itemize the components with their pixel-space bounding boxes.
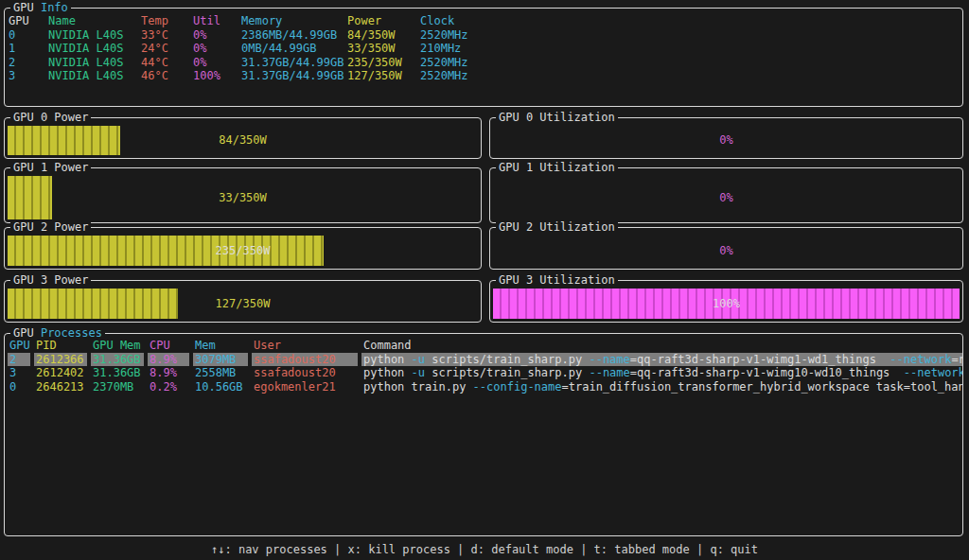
gauge-value-label: 100% — [493, 289, 960, 319]
command-token: -u — [412, 366, 432, 379]
gpu-1-power-title: GPU 1 Power — [10, 161, 91, 174]
gpu-0-utilization-gauge: 0% — [493, 126, 960, 155]
process-cell-cpu: 8.9% — [148, 366, 189, 380]
process-cell-mem: 3079MB — [193, 353, 248, 367]
command-token: python — [363, 353, 412, 366]
panel-title-text: GPU 1 Power — [13, 161, 88, 174]
info-cell: NVIDIA L40S — [48, 42, 141, 56]
gpu-process-row[interactable]: 2261236631.36GB8.9%3079MBssafadoust20pyt… — [8, 353, 962, 367]
info-cell: 33/350W — [347, 42, 420, 56]
terminal-screen: GPU Info GPUNameTempUtilMemoryPowerClock… — [0, 0, 969, 560]
panel-title-text: GPU 3 Utilization — [499, 273, 615, 287]
command-token: --name — [589, 353, 629, 366]
info-cell: 2520MHz — [420, 69, 962, 83]
info-cell: 0% — [193, 56, 241, 70]
gpu-1-utilization-panel: GPU 1 Utilization 0% — [489, 167, 963, 223]
command-token: =qq-raft3d-sharp-v1-wimg1-wd1_things — [630, 353, 890, 366]
gpu-process-row[interactable]: 026462132370MB0.2%10.56GBegokmenler21pyt… — [8, 380, 962, 394]
info-cell: 0MB/44.99GB — [241, 42, 347, 56]
info-cell: NVIDIA L40S — [48, 28, 141, 43]
panel-title-text: GPU 0 Utilization — [499, 111, 615, 124]
gpu-3-power-panel: GPU 3 Power 127/350W — [4, 280, 482, 323]
command-token: python train.py — [363, 380, 473, 394]
info-cell: 100% — [193, 69, 241, 83]
panel-title-text: GPU 2 Utilization — [499, 220, 615, 234]
gpu-processes-header-row: GPUPIDGPU MemCPUMemUserCommand — [8, 339, 962, 353]
gauge-value-label: 0% — [493, 126, 960, 155]
info-column-header: Util — [193, 14, 241, 28]
info-column-header: Memory — [241, 14, 347, 28]
panel-title-text: GPU 1 Utilization — [499, 161, 615, 174]
info-cell: 2 — [9, 56, 48, 70]
gpu-2-utilization-panel: GPU 2 Utilization 0% — [489, 227, 963, 270]
info-cell: 1 — [9, 42, 48, 56]
info-cell: 127/350W — [347, 69, 420, 83]
gpu-1-power-gauge: 33/350W — [8, 176, 478, 219]
process-cell-pid: 2646213 — [34, 380, 87, 394]
info-cell: 2520MHz — [420, 56, 962, 70]
gpu-1-utilization-title: GPU 1 Utilization — [496, 161, 618, 174]
gpu-info-row: 2NVIDIA L40S44°C0%31.37GB/44.99GB235/350… — [9, 56, 962, 70]
gauge-value-label: 0% — [493, 236, 960, 266]
gpu-3-utilization-gauge: 100% — [493, 289, 960, 319]
gpu-info-row: 3NVIDIA L40S46°C100%31.37GB/44.99GB127/3… — [9, 69, 962, 83]
info-column-header: Name — [48, 14, 141, 28]
gpu-0-power-title: GPU 0 Power — [10, 111, 91, 124]
gauge-value-label: 84/350W — [8, 126, 478, 155]
gpu-3-utilization-panel: GPU 3 Utilization 100% — [489, 280, 963, 323]
gpu-2-utilization-gauge: 0% — [493, 236, 960, 266]
gpu-processes-table: GPUPIDGPU MemCPUMemUserCommand2261236631… — [5, 334, 962, 394]
info-column-header: GPU — [9, 14, 48, 28]
process-cell-cpu: 8.9% — [148, 353, 189, 367]
gpu-1-power-panel: GPU 1 Power 33/350W — [4, 167, 482, 223]
process-cell-mem: 10.56GB — [193, 380, 248, 394]
command-token: =raft — [951, 353, 962, 366]
command-token: --config-name — [473, 380, 562, 394]
process-cell-pid: 2612402 — [34, 366, 87, 380]
gpu-process-row[interactable]: 3261240231.36GB8.9%2558MBssafadoust20pyt… — [8, 366, 962, 380]
process-cell-command: python -u scripts/train_sharp.py --name=… — [361, 353, 962, 367]
command-token: =train_diffusion_transformer_hybrid_work… — [562, 380, 962, 394]
gpu-info-table: GPUNameTempUtilMemoryPowerClock0NVIDIA L… — [5, 9, 962, 83]
gpu-3-power-gauge: 127/350W — [8, 289, 478, 319]
gpu-info-row: 1NVIDIA L40S24°C0%0MB/44.99GB33/350W210M… — [9, 42, 962, 56]
process-cell-user: egokmenler21 — [252, 380, 358, 394]
process-column-header: Mem — [193, 339, 248, 353]
process-column-header: GPU Mem — [91, 339, 144, 353]
info-cell: 46°C — [141, 69, 193, 83]
info-column-header: Clock — [420, 14, 962, 28]
panel-title-text: GPU 3 Power — [13, 273, 88, 287]
info-cell: 33°C — [141, 28, 193, 43]
process-column-header: PID — [34, 339, 87, 353]
gauge-value-label: 127/350W — [8, 289, 478, 319]
gpu-info-row: 0NVIDIA L40S33°C0%2386MB/44.99GB84/350W2… — [9, 28, 962, 43]
process-cell-gpu: 0 — [8, 380, 30, 394]
info-cell: 210MHz — [420, 42, 962, 56]
gauge-value-label: 235/350W — [8, 236, 478, 266]
process-cell-gpu_mem: 2370MB — [91, 380, 144, 394]
process-cell-command: python train.py --config-name=train_diff… — [361, 380, 962, 394]
process-cell-mem: 2558MB — [193, 366, 248, 380]
info-cell: 235/350W — [347, 56, 420, 70]
gpu-1-utilization-gauge: 0% — [493, 176, 960, 219]
command-token: =qq-raft3d-sharp-v1-wimg10-wd10_things — [630, 366, 904, 379]
gpu-3-utilization-title: GPU 3 Utilization — [496, 273, 618, 287]
process-cell-gpu_mem: 31.36GB — [91, 353, 144, 367]
process-column-header: CPU — [148, 339, 189, 353]
info-cell: 31.37GB/44.99GB — [241, 69, 347, 83]
gpu-2-utilization-title: GPU 2 Utilization — [496, 220, 618, 234]
process-cell-gpu_mem: 31.36GB — [91, 366, 144, 380]
process-cell-gpu: 3 — [8, 366, 30, 380]
command-token: scripts/train_sharp.py — [432, 366, 589, 379]
gpu-0-power-gauge: 84/350W — [8, 126, 478, 155]
gpu-2-power-title: GPU 2 Power — [10, 220, 91, 234]
process-cell-gpu: 2 — [8, 353, 30, 367]
info-column-header: Temp — [141, 14, 193, 28]
gpu-2-power-gauge: 235/350W — [8, 236, 478, 266]
keybinding-hints: ↑↓: nav processes | x: kill process | d:… — [0, 543, 969, 557]
gpu-0-power-panel: GPU 0 Power 84/350W — [4, 117, 482, 159]
command-token: python — [363, 366, 412, 379]
gpu-info-header-row: GPUNameTempUtilMemoryPowerClock — [9, 14, 962, 28]
info-cell: 31.37GB/44.99GB — [241, 56, 347, 70]
info-cell: 3 — [9, 69, 48, 83]
